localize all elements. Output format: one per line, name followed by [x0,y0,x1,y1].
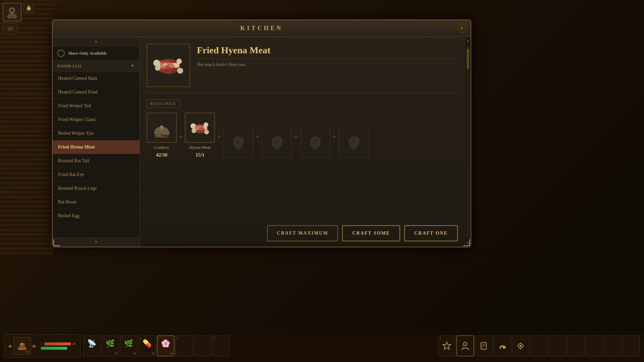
hud-equipped-item[interactable]: 7/7 [13,337,31,355]
slot-number-5: 5 [158,337,160,340]
hud-skill-11[interactable] [623,336,640,356]
hud-slot-1[interactable]: 1 📡 [83,336,101,356]
hud-prev-button[interactable]: ◀ [7,343,12,349]
svg-point-32 [275,139,278,142]
hud-skill-9[interactable] [586,336,603,356]
recipe-item-fried-rat-eye[interactable]: Fried Rat Eye [53,168,140,182]
svg-rect-33 [276,142,277,145]
hud-skill-4[interactable] [493,336,511,356]
svg-point-30 [237,139,239,142]
ingredient-empty-box-1 [223,128,254,158]
recipe-item-roasted-rat-tail[interactable]: Roasted Rat Tail [53,154,140,168]
svg-rect-37 [353,142,354,145]
main-content: Fried Hyena Meat Not much better than ra… [140,37,465,247]
plus-separator-2: + [215,132,223,158]
slot-number-1: 1 [85,337,86,340]
scroll-down-button[interactable]: ▼ [53,237,140,247]
slot-icon-1: 📡 [87,339,96,348]
ingredient-empty-box-3 [300,128,330,158]
stamina-bar [41,347,67,350]
recipe-item-boiled-egg[interactable]: Boiled Egg [53,209,140,223]
hud-item-slots: 1 📡 2 🌿 3♦ 3 🌿 4♦ 4 💊 4♦ 5 🌸 6♦ 6 7 [83,336,230,356]
craft-one-button[interactable]: CRAFT ONE [404,225,458,241]
top-left-icons: 🔒 [3,3,34,21]
hud-slot-4[interactable]: 4 💊 4♦ [139,336,156,356]
craft-buttons: CRAFT MAXIMUM CRAFT SOME CRAFT ONE [267,225,458,241]
mail-icon[interactable]: ✉ [3,23,17,35]
recipe-item-fried-wolper-gland[interactable]: Fried Wolper Gland [53,113,140,127]
show-available-label: Show Only Available [68,51,107,56]
sidebar: ▲ Show Only Available FOOD (12) ▼ Heated… [53,37,140,247]
recipe-item-fried-wolper-tail[interactable]: Fried Wolper Tail [53,99,140,113]
hud-health: H 2♦ [39,342,77,350]
craft-some-button[interactable]: CRAFT SOME [342,225,400,241]
scroll-thumb[interactable] [467,49,469,69]
hud-skill-1[interactable]: 1 [438,336,455,356]
required-section: REQUIRED [147,100,458,240]
plus-separator-3: + [254,132,262,158]
slot-count-2: 3♦ [115,352,118,355]
hud-slot-7[interactable]: 7 [194,336,211,356]
svg-point-2 [10,9,14,12]
ingredient-empty-box-4 [338,128,369,158]
hud-skill-7[interactable] [549,336,566,356]
hud-slot-2[interactable]: 2 🌿 3♦ [102,336,119,356]
ingredient-hyena-meat-qty: 15/1 [196,152,205,158]
scroll-up-arrow[interactable]: ▲ [465,37,471,44]
craft-maximum-button[interactable]: CRAFT MAXIMUM [267,225,338,241]
slot-count-4: 4♦ [152,352,155,355]
corner-decoration [53,239,60,246]
svg-point-40 [21,343,23,345]
item-description: Not much better than raw. [197,62,458,67]
svg-point-36 [352,139,355,142]
svg-point-26 [204,130,209,134]
hud-skill-5[interactable] [512,336,529,356]
svg-point-29 [199,127,205,131]
health-value: 2♦ [72,342,75,346]
health-label: H [41,342,43,346]
category-header[interactable]: FOOD (12) ▼ [53,61,140,72]
slot-count-5: 6♦ [170,352,173,355]
hud-skill-2[interactable] [457,336,474,356]
left-decoration [0,0,54,255]
hud-next-button[interactable]: ▶ [32,343,37,349]
right-scrollbar: ▲ ▼ [465,37,471,247]
recipe-item-roasted-roach-legs[interactable]: Roasted Roach Legs [53,182,140,195]
slot-icon-3: 🌿 [124,339,133,348]
hud-slot-6[interactable]: 6 [175,336,193,356]
recipe-item-heated-canned-food[interactable]: Heated Canned Food [53,85,140,99]
ingredient-hyena-meat: Hyena Meat 15/1 [185,113,215,158]
hud-skill-10[interactable] [604,336,622,356]
svg-point-48 [520,345,522,347]
show-available-toggle[interactable]: Show Only Available [53,46,140,61]
avatar[interactable] [3,3,21,21]
kitchen-window: KITCHEN ✕ ▲ Show Only Available FOOD (12… [52,19,471,247]
window-body: ▲ Show Only Available FOOD (12) ▼ Heated… [53,37,471,247]
slot-icon-5: 🌸 [161,339,170,348]
hud-slot-8[interactable]: 8 [212,336,230,356]
hud-skill-8[interactable] [567,336,585,356]
item-info: Fried Hyena Meat Not much better than ra… [197,44,458,67]
category-label: FOOD (12) [57,63,81,69]
ingredient-hyena-meat-box [185,113,215,143]
slot-number-7: 7 [195,337,197,340]
scroll-up-button[interactable]: ▲ [53,37,140,46]
hud-skill-6[interactable] [530,336,548,356]
ingredient-empty-4 [338,128,369,158]
slot-count-3: 4♦ [133,352,136,355]
ingredient-hyena-meat-name: Hyena Meat [189,145,211,150]
recipe-item-heated-canned-ham[interactable]: Heated Canned Ham [53,72,140,85]
window-title: KITCHEN [240,25,283,32]
item-image [147,44,190,87]
recipe-item-fried-hyena-meat[interactable]: Fried Hyena Meat [53,140,140,154]
hud-slot-3[interactable]: 3 🌿 4♦ [120,336,138,356]
close-button[interactable]: ✕ [457,24,467,33]
slot-number-4: 4 [140,337,142,340]
recipe-item-rat-roast[interactable]: Rat Roast [53,195,140,209]
title-bar: KITCHEN ✕ [53,20,471,37]
ingredient-cookery-qty: 42/30 [156,152,167,158]
hud-skill-3[interactable] [475,336,492,356]
recipe-item-boiled-wolper-eye[interactable]: Boiled Wolper Eye [53,127,140,140]
svg-rect-18 [161,127,162,130]
hud-slot-5[interactable]: 5 🌸 6♦ [157,336,174,356]
